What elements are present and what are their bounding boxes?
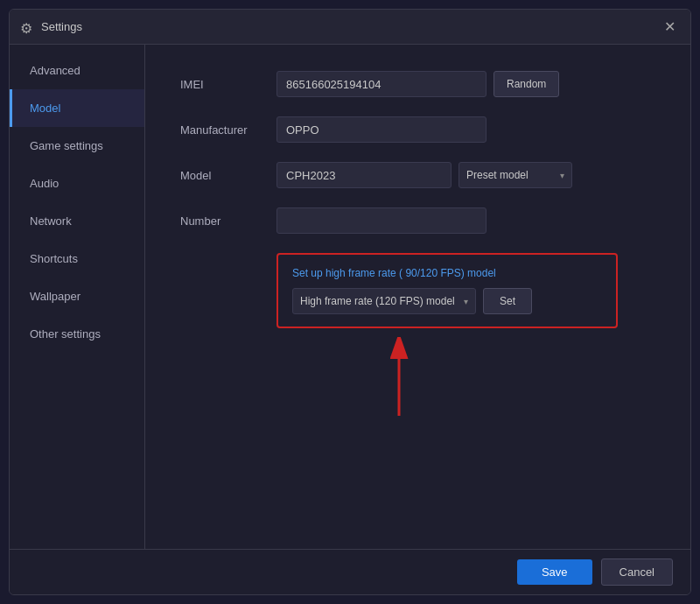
random-button[interactable]: Random bbox=[494, 71, 559, 97]
preset-chevron-icon: ▾ bbox=[560, 171, 564, 180]
fps-dropdown-value: High frame rate (120 FPS) model bbox=[300, 295, 455, 307]
sidebar-item-model[interactable]: Model bbox=[10, 89, 144, 127]
sidebar-item-advanced[interactable]: Advanced bbox=[10, 52, 144, 89]
dialog-title: Settings bbox=[41, 20, 659, 33]
set-button[interactable]: Set bbox=[483, 288, 532, 314]
high-fps-controls: High frame rate (120 FPS) model ▾ Set bbox=[292, 288, 602, 314]
sidebar: Advanced Model Game settings Audio Netwo… bbox=[10, 45, 145, 549]
manufacturer-label: Manufacturer bbox=[180, 123, 276, 137]
high-fps-box: Set up high frame rate ( 90/120 FPS) mod… bbox=[276, 253, 618, 328]
close-button[interactable]: ✕ bbox=[659, 17, 680, 38]
sidebar-item-network[interactable]: Network bbox=[10, 202, 144, 240]
cancel-button[interactable]: Cancel bbox=[601, 558, 673, 586]
manufacturer-row: Manufacturer bbox=[180, 116, 655, 143]
content-area: Advanced Model Game settings Audio Netwo… bbox=[10, 45, 690, 549]
imei-input[interactable] bbox=[276, 71, 486, 97]
red-arrow-icon bbox=[382, 337, 416, 425]
model-input[interactable] bbox=[276, 162, 452, 188]
sidebar-item-audio[interactable]: Audio bbox=[10, 165, 144, 202]
manufacturer-input[interactable] bbox=[276, 116, 486, 143]
sidebar-item-wallpaper[interactable]: Wallpaper bbox=[10, 277, 144, 315]
model-row: Model Preset model ▾ bbox=[180, 162, 655, 188]
sidebar-item-other-settings[interactable]: Other settings bbox=[10, 315, 144, 353]
sidebar-item-game-settings[interactable]: Game settings bbox=[10, 127, 144, 165]
fps-chevron-icon: ▾ bbox=[464, 297, 468, 306]
settings-dialog: ⚙ Settings ✕ Advanced Model Game setting… bbox=[9, 9, 691, 595]
fps-dropdown[interactable]: High frame rate (120 FPS) model ▾ bbox=[292, 288, 476, 314]
settings-icon: ⚙ bbox=[20, 20, 34, 34]
number-row: Number bbox=[180, 207, 655, 234]
imei-row: IMEI Random bbox=[180, 71, 655, 97]
number-label: Number bbox=[180, 214, 276, 228]
number-input[interactable] bbox=[276, 207, 486, 234]
model-label: Model bbox=[180, 169, 276, 182]
save-button[interactable]: Save bbox=[517, 559, 592, 585]
preset-model-dropdown[interactable]: Preset model ▾ bbox=[458, 162, 572, 188]
high-fps-label: Set up high frame rate ( 90/120 FPS) mod… bbox=[292, 267, 602, 279]
title-bar: ⚙ Settings ✕ bbox=[10, 10, 690, 45]
preset-model-label: Preset model bbox=[466, 169, 528, 181]
imei-label: IMEI bbox=[180, 78, 276, 91]
footer: Save Cancel bbox=[10, 549, 690, 594]
sidebar-item-shortcuts[interactable]: Shortcuts bbox=[10, 240, 144, 277]
model-inputs: Preset model ▾ bbox=[276, 162, 572, 188]
main-content: IMEI Random Manufacturer Model Preset mo… bbox=[145, 45, 690, 549]
arrow-indicator bbox=[382, 337, 655, 425]
